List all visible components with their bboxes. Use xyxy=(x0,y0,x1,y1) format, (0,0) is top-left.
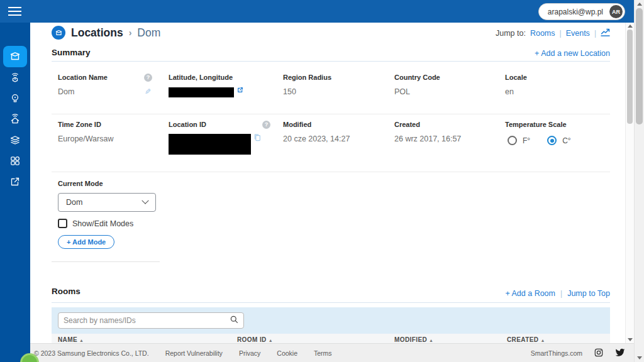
scroll-down-icon[interactable] xyxy=(637,356,642,359)
sort-arrow-icon: ▲ xyxy=(540,338,545,343)
rooms-links: + Add a Room | Jump to Top xyxy=(505,289,610,298)
layers-icon xyxy=(9,134,21,146)
sidebar-item-device-profiles[interactable] xyxy=(0,88,30,109)
add-mode-button[interactable]: + Add Mode xyxy=(58,235,114,249)
field-label: Modified xyxy=(283,121,311,128)
field-label: Latitude, Longitude xyxy=(169,74,233,81)
events-stats-chart-icon[interactable] xyxy=(601,28,610,38)
radio-celsius[interactable] xyxy=(547,136,557,145)
field-temperature-scale: Temperature Scale F° C° xyxy=(505,121,611,145)
field-value: 26 wrz 2017, 16:57 xyxy=(394,134,461,143)
add-room-link[interactable]: + Add a Room xyxy=(505,289,555,298)
rooms-table-header: NAME▲ ROOM ID▲ MODIFIED▲ CREATED▲ xyxy=(52,334,610,343)
sidebar-item-devices[interactable] xyxy=(0,67,30,88)
field-label: Country Code xyxy=(394,74,440,81)
field-label: Locale xyxy=(505,74,527,81)
radio-label-c[interactable]: C° xyxy=(562,136,570,145)
copy-icon[interactable] xyxy=(253,133,261,143)
divider: | xyxy=(594,29,596,38)
sort-arrow-icon: ▲ xyxy=(79,338,84,343)
breadcrumb-separator: › xyxy=(129,28,132,38)
divider xyxy=(52,172,610,172)
field-modified: Modified 20 cze 2023, 14:27 xyxy=(283,121,389,143)
scroll-up-icon[interactable] xyxy=(628,25,633,28)
scroll-up-icon[interactable] xyxy=(637,3,642,6)
footer-link-privacy[interactable]: Privacy xyxy=(239,349,260,357)
sort-arrow-icon: ▲ xyxy=(429,338,433,343)
field-value: Europe/Warsaw xyxy=(58,134,113,143)
current-mode-label: Current Mode xyxy=(58,180,156,187)
help-icon[interactable]: ? xyxy=(262,121,270,129)
jump-to-rooms-link[interactable]: Rooms xyxy=(530,29,555,38)
column-header-room-id[interactable]: ROOM ID▲ xyxy=(237,336,273,343)
search-icon[interactable] xyxy=(230,315,238,326)
column-label: CREATED xyxy=(507,336,538,343)
field-label: Region Radius xyxy=(283,74,331,81)
field-country-code: Country Code POL xyxy=(394,74,500,96)
open-box-icon xyxy=(9,50,21,63)
account-pill[interactable]: arapalski@wp.pl AR xyxy=(538,3,625,20)
sort-arrow-icon: ▲ xyxy=(269,338,273,343)
location-box-icon xyxy=(52,26,65,40)
field-label: Time Zone ID xyxy=(58,121,101,128)
redacted-value xyxy=(169,87,234,97)
sidebar-item-hubs[interactable] xyxy=(0,109,30,129)
field-value: POL xyxy=(394,87,410,96)
sidebar-item-external[interactable] xyxy=(0,171,30,192)
smartthings-console: arapalski@wp.pl AR xyxy=(0,0,644,362)
divider xyxy=(52,61,610,62)
field-label: Created xyxy=(394,121,420,128)
rooms-title: Rooms xyxy=(52,287,80,296)
current-mode-select[interactable]: Dom xyxy=(58,193,156,212)
jump-to-events-link[interactable]: Events xyxy=(566,29,590,38)
house-signal-icon xyxy=(9,113,21,126)
column-header-name[interactable]: NAME▲ xyxy=(58,336,84,343)
edit-pencil-icon[interactable]: ✎ xyxy=(145,87,151,96)
show-edit-modes-checkbox[interactable] xyxy=(58,219,67,228)
lightbulb-icon xyxy=(9,92,21,105)
footer-link-smartthings[interactable]: SmartThings.com xyxy=(531,349,582,357)
radio-fahrenheit[interactable] xyxy=(508,136,517,145)
field-value: 150 xyxy=(283,87,296,96)
column-header-created[interactable]: CREATED▲ xyxy=(507,336,545,343)
field-value: 20 cze 2023, 14:27 xyxy=(283,134,350,143)
show-edit-modes-label: Show/Edit Modes xyxy=(72,219,133,228)
breadcrumb-locations[interactable]: Locations xyxy=(71,26,123,40)
column-header-modified[interactable]: MODIFIED▲ xyxy=(394,336,433,343)
radio-label-f[interactable]: F° xyxy=(523,136,530,145)
field-value: en xyxy=(505,87,514,96)
main-content: Locations › Dom Jump to: Rooms | Events … xyxy=(30,23,625,343)
help-icon[interactable]: ? xyxy=(144,74,152,82)
sidebar-item-locations[interactable] xyxy=(3,46,27,67)
scroll-down-icon[interactable] xyxy=(628,338,633,341)
field-time-zone: Time Zone ID Europe/Warsaw xyxy=(58,121,164,143)
jump-to-top-link[interactable]: Jump to Top xyxy=(567,289,610,298)
footer-link-report-vulnerability[interactable]: Report Vulnerability xyxy=(165,349,223,357)
content-scrollbar[interactable] xyxy=(625,23,634,343)
page-scrollbar[interactable] xyxy=(634,0,644,362)
column-label: MODIFIED xyxy=(394,336,427,343)
field-region-radius: Region Radius 150 xyxy=(283,74,389,96)
footer-link-terms[interactable]: Terms xyxy=(314,349,332,357)
instagram-icon[interactable] xyxy=(594,348,603,358)
sidebar-item-apps[interactable] xyxy=(0,150,30,171)
scrollbar-thumb[interactable] xyxy=(636,8,643,124)
field-lat-long: Latitude, Longitude xyxy=(169,74,274,97)
app-grid-icon xyxy=(9,155,21,167)
twitter-icon[interactable] xyxy=(615,348,625,358)
scrollbar-thumb[interactable] xyxy=(627,30,633,124)
device-signal-icon xyxy=(9,72,21,84)
external-link-icon xyxy=(9,175,21,188)
footer-link-cookie[interactable]: Cookie xyxy=(277,349,297,357)
add-location-link[interactable]: + Add a new Location xyxy=(535,49,610,58)
open-map-external-link-icon[interactable] xyxy=(236,86,244,96)
rooms-search-input[interactable] xyxy=(64,316,230,325)
breadcrumb-current: Dom xyxy=(137,26,160,40)
field-label: Location Name xyxy=(58,74,108,81)
sidebar-item-automations[interactable] xyxy=(0,129,30,150)
field-location-name: Location Name ? Dom ✎ xyxy=(58,74,164,96)
hamburger-menu-icon[interactable] xyxy=(8,7,21,16)
divider: | xyxy=(560,29,562,38)
summary-title: Summary xyxy=(52,48,91,57)
account-email: arapalski@wp.pl xyxy=(548,8,603,16)
